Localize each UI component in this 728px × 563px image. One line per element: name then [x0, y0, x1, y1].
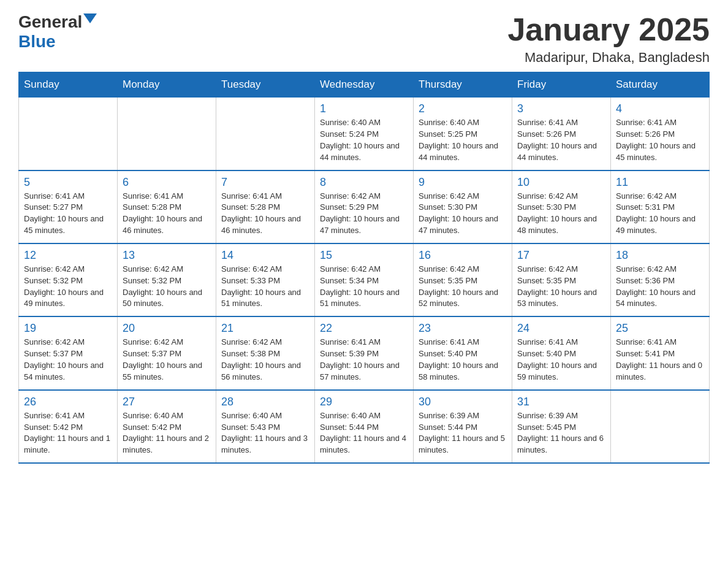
- day-info: Sunrise: 6:42 AM Sunset: 5:30 PM Dayligh…: [419, 191, 507, 237]
- calendar-cell: 19Sunrise: 6:42 AM Sunset: 5:37 PM Dayli…: [19, 316, 118, 389]
- day-number: 19: [24, 322, 112, 335]
- weekday-header-monday: Monday: [118, 72, 216, 98]
- calendar-cell: 25Sunrise: 6:41 AM Sunset: 5:41 PM Dayli…: [611, 316, 710, 389]
- calendar-cell: 13Sunrise: 6:42 AM Sunset: 5:32 PM Dayli…: [118, 243, 216, 316]
- calendar-cell: 29Sunrise: 6:40 AM Sunset: 5:44 PM Dayli…: [315, 390, 414, 463]
- calendar-cell: 8Sunrise: 6:42 AM Sunset: 5:29 PM Daylig…: [315, 170, 414, 243]
- calendar-cell: 27Sunrise: 6:40 AM Sunset: 5:42 PM Dayli…: [118, 390, 216, 463]
- calendar-cell: 21Sunrise: 6:42 AM Sunset: 5:38 PM Dayli…: [216, 316, 315, 389]
- day-number: 23: [419, 322, 507, 335]
- calendar-cell: 15Sunrise: 6:42 AM Sunset: 5:34 PM Dayli…: [315, 243, 414, 316]
- logo: General Blue: [18, 12, 97, 52]
- calendar-cell: 3Sunrise: 6:41 AM Sunset: 5:26 PM Daylig…: [512, 98, 611, 170]
- day-info: Sunrise: 6:40 AM Sunset: 5:43 PM Dayligh…: [221, 410, 309, 456]
- calendar-cell: 23Sunrise: 6:41 AM Sunset: 5:40 PM Dayli…: [414, 316, 512, 389]
- day-info: Sunrise: 6:42 AM Sunset: 5:38 PM Dayligh…: [221, 337, 309, 383]
- day-number: 9: [419, 176, 507, 189]
- weekday-header-saturday: Saturday: [611, 72, 710, 98]
- calendar-cell: 12Sunrise: 6:42 AM Sunset: 5:32 PM Dayli…: [19, 243, 118, 316]
- week-row-2: 5Sunrise: 6:41 AM Sunset: 5:27 PM Daylig…: [19, 170, 710, 243]
- calendar-cell: [19, 98, 118, 170]
- day-number: 3: [517, 102, 605, 115]
- day-info: Sunrise: 6:42 AM Sunset: 5:37 PM Dayligh…: [123, 337, 211, 383]
- logo-triangle-icon: [83, 13, 97, 23]
- weekday-header-sunday: Sunday: [19, 72, 118, 98]
- logo-general-text: General: [18, 12, 82, 32]
- day-info: Sunrise: 6:40 AM Sunset: 5:25 PM Dayligh…: [419, 117, 507, 163]
- calendar-cell: 5Sunrise: 6:41 AM Sunset: 5:27 PM Daylig…: [19, 170, 118, 243]
- day-info: Sunrise: 6:41 AM Sunset: 5:27 PM Dayligh…: [24, 191, 112, 237]
- week-row-4: 19Sunrise: 6:42 AM Sunset: 5:37 PM Dayli…: [19, 316, 710, 389]
- calendar-cell: 18Sunrise: 6:42 AM Sunset: 5:36 PM Dayli…: [611, 243, 710, 316]
- day-info: Sunrise: 6:41 AM Sunset: 5:28 PM Dayligh…: [123, 191, 211, 237]
- day-number: 15: [320, 249, 408, 262]
- calendar-cell: [216, 98, 315, 170]
- day-info: Sunrise: 6:39 AM Sunset: 5:45 PM Dayligh…: [517, 410, 605, 456]
- day-number: 18: [616, 249, 704, 262]
- svg-marker-0: [83, 13, 97, 23]
- day-number: 29: [320, 396, 408, 408]
- day-number: 12: [24, 249, 112, 262]
- day-info: Sunrise: 6:41 AM Sunset: 5:42 PM Dayligh…: [24, 410, 112, 456]
- day-info: Sunrise: 6:42 AM Sunset: 5:37 PM Dayligh…: [24, 337, 112, 383]
- day-number: 2: [419, 102, 507, 115]
- day-number: 1: [320, 102, 408, 115]
- calendar-cell: 10Sunrise: 6:42 AM Sunset: 5:30 PM Dayli…: [512, 170, 611, 243]
- week-row-5: 26Sunrise: 6:41 AM Sunset: 5:42 PM Dayli…: [19, 390, 710, 463]
- calendar-cell: 6Sunrise: 6:41 AM Sunset: 5:28 PM Daylig…: [118, 170, 216, 243]
- day-info: Sunrise: 6:42 AM Sunset: 5:35 PM Dayligh…: [517, 264, 605, 310]
- day-info: Sunrise: 6:41 AM Sunset: 5:40 PM Dayligh…: [517, 337, 605, 383]
- day-info: Sunrise: 6:42 AM Sunset: 5:36 PM Dayligh…: [616, 264, 704, 310]
- calendar-cell: 2Sunrise: 6:40 AM Sunset: 5:25 PM Daylig…: [414, 98, 512, 170]
- day-info: Sunrise: 6:41 AM Sunset: 5:26 PM Dayligh…: [517, 117, 605, 163]
- weekday-header-thursday: Thursday: [414, 72, 512, 98]
- weekday-header-tuesday: Tuesday: [216, 72, 315, 98]
- day-number: 17: [517, 249, 605, 262]
- calendar-cell: 26Sunrise: 6:41 AM Sunset: 5:42 PM Dayli…: [19, 390, 118, 463]
- calendar-cell: 16Sunrise: 6:42 AM Sunset: 5:35 PM Dayli…: [414, 243, 512, 316]
- day-number: 22: [320, 322, 408, 335]
- day-number: 26: [24, 396, 112, 408]
- calendar-cell: 20Sunrise: 6:42 AM Sunset: 5:37 PM Dayli…: [118, 316, 216, 389]
- day-info: Sunrise: 6:42 AM Sunset: 5:29 PM Dayligh…: [320, 191, 408, 237]
- day-info: Sunrise: 6:42 AM Sunset: 5:33 PM Dayligh…: [221, 264, 309, 310]
- calendar-cell: 22Sunrise: 6:41 AM Sunset: 5:39 PM Dayli…: [315, 316, 414, 389]
- day-number: 13: [123, 249, 211, 262]
- day-number: 7: [221, 176, 309, 189]
- calendar-cell: 17Sunrise: 6:42 AM Sunset: 5:35 PM Dayli…: [512, 243, 611, 316]
- calendar-cell: 31Sunrise: 6:39 AM Sunset: 5:45 PM Dayli…: [512, 390, 611, 463]
- day-info: Sunrise: 6:42 AM Sunset: 5:32 PM Dayligh…: [24, 264, 112, 310]
- day-number: 27: [123, 396, 211, 408]
- calendar-cell: 11Sunrise: 6:42 AM Sunset: 5:31 PM Dayli…: [611, 170, 710, 243]
- day-info: Sunrise: 6:41 AM Sunset: 5:26 PM Dayligh…: [616, 117, 704, 163]
- day-number: 14: [221, 249, 309, 262]
- logo-blue-text: Blue: [18, 32, 56, 52]
- weekday-header-friday: Friday: [512, 72, 611, 98]
- day-info: Sunrise: 6:40 AM Sunset: 5:42 PM Dayligh…: [123, 410, 211, 456]
- day-info: Sunrise: 6:39 AM Sunset: 5:44 PM Dayligh…: [419, 410, 507, 456]
- calendar-cell: 28Sunrise: 6:40 AM Sunset: 5:43 PM Dayli…: [216, 390, 315, 463]
- calendar-title: January 2025: [507, 12, 710, 47]
- day-info: Sunrise: 6:42 AM Sunset: 5:34 PM Dayligh…: [320, 264, 408, 310]
- calendar-cell: 14Sunrise: 6:42 AM Sunset: 5:33 PM Dayli…: [216, 243, 315, 316]
- day-info: Sunrise: 6:40 AM Sunset: 5:24 PM Dayligh…: [320, 117, 408, 163]
- day-info: Sunrise: 6:42 AM Sunset: 5:35 PM Dayligh…: [419, 264, 507, 310]
- day-info: Sunrise: 6:40 AM Sunset: 5:44 PM Dayligh…: [320, 410, 408, 456]
- page-header: General Blue January 2025 Madaripur, Dha…: [18, 12, 710, 66]
- day-number: 30: [419, 396, 507, 408]
- week-row-1: 1Sunrise: 6:40 AM Sunset: 5:24 PM Daylig…: [19, 98, 710, 170]
- day-info: Sunrise: 6:42 AM Sunset: 5:30 PM Dayligh…: [517, 191, 605, 237]
- day-info: Sunrise: 6:41 AM Sunset: 5:40 PM Dayligh…: [419, 337, 507, 383]
- calendar-table: SundayMondayTuesdayWednesdayThursdayFrid…: [18, 72, 710, 464]
- day-number: 5: [24, 176, 112, 189]
- day-info: Sunrise: 6:42 AM Sunset: 5:32 PM Dayligh…: [123, 264, 211, 310]
- day-number: 21: [221, 322, 309, 335]
- calendar-cell: 24Sunrise: 6:41 AM Sunset: 5:40 PM Dayli…: [512, 316, 611, 389]
- day-number: 6: [123, 176, 211, 189]
- day-number: 4: [616, 102, 704, 115]
- day-info: Sunrise: 6:41 AM Sunset: 5:41 PM Dayligh…: [616, 337, 704, 383]
- day-number: 31: [517, 396, 605, 408]
- day-number: 16: [419, 249, 507, 262]
- day-number: 20: [123, 322, 211, 335]
- day-number: 11: [616, 176, 704, 189]
